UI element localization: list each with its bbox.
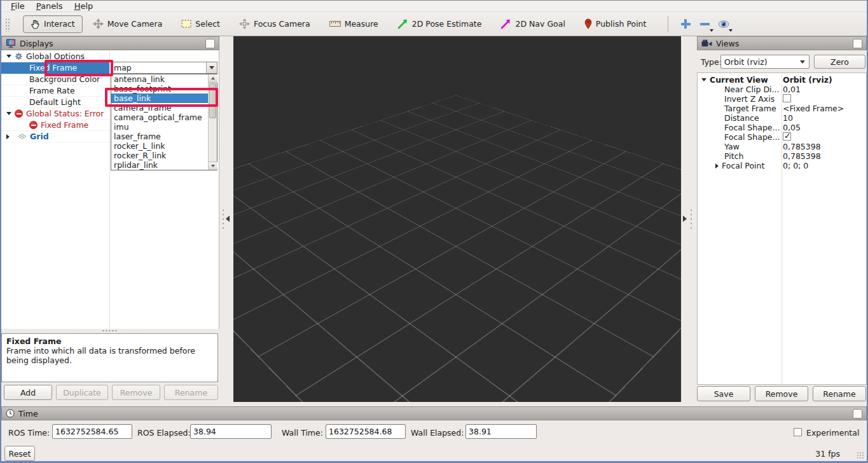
combobox-arrow-button[interactable] (206, 62, 217, 73)
views-row-near-clip[interactable]: Near Clip Di... 0,01 (698, 85, 866, 94)
views-float-button[interactable] (853, 39, 862, 48)
time-float-button[interactable] (853, 409, 862, 418)
ros-time-input[interactable] (52, 424, 132, 439)
visibility-button[interactable] (714, 15, 733, 33)
views-row-name: Pitch (724, 151, 743, 161)
rename-display-button[interactable]: Rename (164, 385, 218, 400)
add-tool-button[interactable] (676, 15, 695, 33)
map-pin-icon (584, 18, 592, 29)
views-row-name: Focal Shape... (724, 123, 780, 132)
add-button[interactable]: Add (4, 385, 52, 400)
dropdown-item[interactable]: rocker_R_link (111, 151, 208, 160)
tool-interact[interactable]: Interact (23, 15, 83, 33)
time-panel-header: Time (1, 406, 867, 420)
fixed-frame-combobox[interactable]: map (111, 62, 217, 74)
gear-icon (15, 52, 23, 60)
menu-file[interactable]: File (5, 1, 31, 11)
collapse-right-icon[interactable] (683, 216, 687, 222)
ros-time-label: ROS Time: (8, 428, 50, 438)
tool-publish-point[interactable]: Publish Point (584, 18, 647, 29)
dropdown-item[interactable]: camera_frame (111, 103, 208, 113)
dropdown-item[interactable]: rocker_L_link (111, 141, 208, 151)
fixed-frame-dropdown-list: antenna_link base_footprint base_link ca… (111, 74, 217, 170)
time-panel-title: Time (18, 409, 38, 418)
duplicate-button[interactable]: Duplicate (56, 385, 108, 400)
views-row-invert-z[interactable]: Invert Z Axis (698, 94, 866, 104)
focal-shape-checkbox[interactable] (783, 132, 791, 141)
tool-2d-nav-goal[interactable]: 2D Nav Goal (500, 18, 565, 29)
views-row-target-frame[interactable]: Target Frame <Fixed Frame> (698, 104, 866, 113)
experimental-checkbox[interactable] (794, 428, 802, 436)
zero-button[interactable]: Zero (814, 55, 865, 69)
views-row-yaw[interactable]: Yaw 0,785398 (698, 142, 866, 151)
menu-help[interactable]: Help (69, 1, 99, 11)
views-row-focal-shape-size[interactable]: Focal Shape... 0,05 (698, 123, 866, 132)
views-row-focal-shape-fixed[interactable]: Focal Shape... (698, 132, 866, 142)
clock-icon (6, 409, 15, 418)
dropdown-item[interactable]: antenna_link (111, 74, 208, 84)
ground-grid (233, 95, 681, 402)
scrollbar-thumb[interactable] (209, 83, 216, 118)
expander-down-icon[interactable] (6, 55, 11, 58)
collapse-left-icon[interactable] (226, 216, 230, 222)
views-row-name: Target Frame (724, 104, 776, 113)
scroll-down-icon[interactable] (209, 162, 217, 170)
chevron-down-icon (710, 29, 713, 32)
views-row-distance[interactable]: Distance 10 (698, 113, 866, 123)
menu-panels[interactable]: Panels (31, 1, 69, 11)
tree-row-global-options[interactable]: Global Options (1, 51, 219, 62)
dropdown-scrollbar[interactable] (208, 74, 217, 170)
ros-elapsed-input[interactable] (190, 424, 272, 439)
dropdown-item[interactable]: camera_optical_frame (111, 113, 208, 122)
scroll-up-icon[interactable] (209, 74, 217, 83)
tool-2d-pose-estimate[interactable]: 2D Pose Estimate (397, 18, 482, 29)
invert-z-checkbox[interactable] (783, 94, 791, 102)
3d-viewport[interactable] (233, 36, 681, 402)
ruler-icon (329, 21, 341, 27)
rename-view-button[interactable]: Rename (813, 386, 866, 401)
tool-select[interactable]: Select (181, 19, 220, 29)
expander-down-icon[interactable] (701, 78, 706, 81)
dropdown-item[interactable]: laser_frame (111, 132, 208, 141)
hand-icon (31, 19, 40, 29)
displays-float-button[interactable] (205, 39, 215, 48)
remove-view-button[interactable]: Remove (755, 386, 808, 401)
tool-interact-label: Interact (44, 19, 75, 29)
focus-cross-icon (239, 18, 250, 29)
wall-elapsed-input[interactable] (465, 424, 537, 439)
views-row-value: 0,785398 (780, 142, 866, 151)
wall-time-input[interactable] (326, 424, 406, 439)
views-row-current-view[interactable]: Current View Orbit (rviz) (698, 75, 866, 85)
save-view-button[interactable]: Save (697, 386, 750, 401)
views-row-pitch[interactable]: Pitch 0,785398 (698, 151, 866, 161)
zoom-out-minus-icon (700, 19, 710, 29)
views-row-name: Distance (724, 113, 759, 123)
remove-tool-button[interactable] (695, 15, 714, 33)
dropdown-item-selected[interactable]: base_link (111, 93, 208, 103)
dropdown-item[interactable]: rplidar_link (111, 160, 208, 170)
wall-time-label: Wall Time: (282, 428, 323, 438)
tool-measure[interactable]: Measure (329, 19, 378, 29)
views-row-focal-point[interactable]: Focal Point 0; 0; 0 (698, 161, 866, 170)
expander-down-icon[interactable] (6, 112, 11, 115)
tool-focus-camera[interactable]: Focus Camera (239, 18, 310, 29)
views-panel-header: Views (697, 36, 867, 50)
reset-button[interactable]: Reset (4, 446, 35, 461)
left-splitter-dots[interactable] (222, 208, 224, 230)
dropdown-item[interactable]: base_footprint (111, 84, 208, 93)
views-row-value: Orbit (rviz) (780, 75, 866, 85)
tree-label: Default Light (29, 97, 81, 107)
views-row-name: Focal Point (722, 161, 764, 170)
remove-display-button[interactable]: Remove (112, 385, 160, 400)
dropdown-item[interactable]: imu (111, 122, 208, 132)
toolbar-drag-handle[interactable] (5, 18, 10, 32)
splitter-handle[interactable] (102, 329, 118, 332)
tree-label: Grid (30, 132, 49, 141)
resize-grip[interactable] (857, 452, 864, 459)
tool-move-camera[interactable]: Move Camera (93, 18, 163, 29)
expander-right-icon[interactable] (6, 134, 10, 139)
expander-right-icon[interactable] (715, 163, 719, 169)
view-type-combobox[interactable]: Orbit (rviz) (720, 55, 809, 69)
right-splitter-dots[interactable] (690, 208, 692, 230)
views-row-value: 0,01 (780, 85, 866, 94)
